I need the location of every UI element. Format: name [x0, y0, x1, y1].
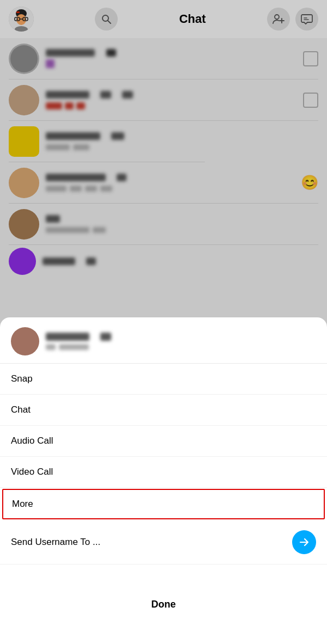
- done-button[interactable]: Done: [152, 599, 176, 610]
- bottom-sheet: Snap Chat Audio Call Video Call More Sen…: [0, 317, 327, 644]
- send-username-row[interactable]: Send Username To ...: [0, 520, 327, 565]
- snap-menu-item[interactable]: Snap: [0, 364, 327, 395]
- video-call-menu-item[interactable]: Video Call: [0, 457, 327, 488]
- sheet-contact-info: [46, 333, 111, 350]
- overlay-dim: [0, 0, 327, 338]
- more-menu-item[interactable]: More: [2, 489, 325, 519]
- audio-call-menu-item[interactable]: Audio Call: [0, 426, 327, 457]
- sheet-contact-preview: [0, 317, 327, 364]
- sheet-avatar: [11, 327, 39, 355]
- done-row[interactable]: Done: [0, 565, 327, 644]
- send-username-label: Send Username To ...: [11, 537, 100, 548]
- send-username-button[interactable]: [292, 530, 316, 554]
- chat-menu-item[interactable]: Chat: [0, 395, 327, 426]
